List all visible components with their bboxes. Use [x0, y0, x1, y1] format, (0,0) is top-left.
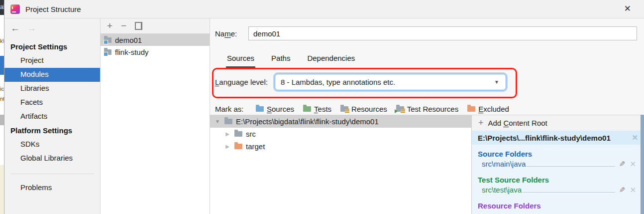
test-resources-folder-icon	[396, 106, 404, 112]
module-editor-main: Name: Sources Paths Dependencies Languag…	[210, 18, 644, 214]
mark-as-test-resources-label: Test Resources	[407, 105, 458, 113]
mark-as-excluded[interactable]: Excluded	[467, 105, 509, 113]
sidebar-item-libraries[interactable]: Libraries	[4, 82, 100, 96]
plus-icon: +	[478, 118, 484, 128]
tree-node-label: target	[246, 142, 265, 151]
tab-sources[interactable]: Sources	[226, 53, 255, 68]
folders-summary: Source Folders src\main\java ✎ ✕ Test So…	[472, 145, 644, 210]
module-list-item-flink-study[interactable]: flink-study	[101, 46, 210, 58]
folder-icon	[224, 119, 232, 124]
mark-as-resources-label: Resources	[351, 105, 387, 113]
tree-root-path: E:\Projects\bigdata\flink\flink-study\de…	[236, 117, 379, 126]
mark-as-row: Mark as: Sources Tests Resources	[215, 103, 509, 114]
content-roots-panel: + Add Content Root E:\Projects\...flink\…	[471, 115, 644, 214]
content-panels: ▼ E:\Projects\bigdata\flink\flink-study\…	[210, 115, 644, 214]
project-structure-dialog: Project Structure ✕ ← → Project Settings…	[4, 0, 644, 214]
resources-folder-icon	[340, 106, 348, 112]
module-list-item-demo01[interactable]: demo01	[101, 34, 210, 46]
sidebar-item-sdks[interactable]: SDKs	[4, 138, 100, 152]
forward-arrow-icon[interactable]: →	[27, 23, 36, 34]
module-name-input[interactable]	[248, 26, 637, 40]
mark-as-tests-label: Tests	[314, 105, 331, 113]
add-content-root-label: Add Content Root	[488, 119, 547, 127]
sidebar-item-problems[interactable]: Problems	[4, 181, 100, 195]
content-root-tree: ▼ E:\Projects\bigdata\flink\flink-study\…	[210, 115, 471, 214]
sidebar-group-platform-settings: Platform Settings	[4, 124, 100, 138]
intellij-logo-icon	[10, 4, 20, 14]
edit-pencil-icon[interactable]: ✎	[619, 186, 626, 195]
tree-row-content-root[interactable]: ▼ E:\Projects\bigdata\flink\flink-study\…	[210, 115, 471, 128]
source-folder-entry[interactable]: src\main\java ✎ ✕	[482, 160, 636, 169]
tree-row-src[interactable]: ▶ src	[210, 128, 471, 140]
remove-module-icon[interactable]: −	[121, 21, 126, 30]
module-tabs: Sources Paths Dependencies	[226, 53, 356, 68]
sidebar-divider	[10, 174, 94, 174]
name-label: Name:	[215, 29, 248, 38]
modules-list-panel: + − demo01 flink-study	[100, 18, 210, 214]
tree-row-target[interactable]: ▶ target	[210, 140, 471, 153]
folder-icon	[234, 131, 242, 137]
ide-backdrop: al k\ ic nt	[0, 0, 4, 214]
module-name: flink-study	[115, 48, 149, 56]
modules-toolbar: + −	[101, 18, 210, 34]
edit-pencil-icon[interactable]: ✎	[619, 160, 626, 169]
content-root-header[interactable]: E:\Projects\...flink\flink-study\demo01 …	[472, 131, 644, 145]
module-icon	[104, 37, 111, 43]
backdrop-text-fragment: k\	[0, 38, 4, 44]
backdrop-editor-fragment	[0, 165, 4, 214]
remove-folder-icon[interactable]: ✕	[630, 186, 636, 195]
expand-closed-icon[interactable]: ▶	[224, 131, 231, 137]
content-root-path: E:\Projects\...flink\flink-study\demo01	[478, 134, 611, 142]
sidebar-list: Project Settings Project Modules Librari…	[4, 40, 100, 195]
language-level-row: Language level: 8 - Lambdas, type annota…	[215, 73, 506, 90]
language-level-dropdown[interactable]: 8 - Lambdas, type annotations etc. ▼	[275, 74, 506, 90]
resource-folders-title: Resource Folders	[478, 202, 636, 210]
entry-underline	[527, 166, 615, 167]
remove-content-root-icon[interactable]: ✕	[632, 133, 638, 142]
test-source-folder-path: src\test\java	[482, 186, 522, 194]
sidebar-item-project[interactable]: Project	[4, 54, 100, 68]
expand-open-icon[interactable]: ▼	[214, 119, 221, 124]
backdrop-text-fragment: ic	[0, 86, 4, 92]
mark-as-sources[interactable]: Sources	[256, 105, 294, 113]
screenshot-root: al k\ ic nt Project Structure ✕ ← → Proj…	[0, 0, 644, 214]
sidebar-group-project-settings: Project Settings	[4, 40, 100, 54]
mark-as-resources[interactable]: Resources	[340, 105, 387, 113]
module-name-row: Name:	[215, 26, 637, 40]
sidebar-item-global-libraries[interactable]: Global Libraries	[4, 152, 100, 166]
sidebar-item-modules[interactable]: Modules	[4, 68, 100, 82]
add-module-icon[interactable]: +	[107, 21, 112, 30]
add-content-root-button[interactable]: + Add Content Root	[472, 115, 644, 131]
chevron-down-icon: ▼	[494, 79, 499, 85]
test-source-folder-entry[interactable]: src\test\java ✎ ✕	[482, 186, 636, 195]
tree-node-label: src	[246, 130, 256, 138]
language-level-value: 8 - Lambdas, type annotations etc.	[281, 78, 395, 86]
panel-scrollbar[interactable]	[641, 115, 644, 214]
expand-closed-icon[interactable]: ▶	[224, 144, 231, 149]
back-arrow-icon[interactable]: ←	[10, 23, 20, 34]
tab-paths[interactable]: Paths	[270, 53, 291, 68]
sidebar-item-artifacts[interactable]: Artifacts	[4, 110, 100, 124]
backdrop-scrollbar-fragment	[0, 115, 4, 125]
settings-sidebar: ← → Project Settings Project Modules Lib…	[4, 18, 100, 214]
dialog-titlebar: Project Structure ✕	[4, 0, 644, 18]
mark-as-excluded-label: Excluded	[478, 105, 509, 113]
copy-module-icon[interactable]	[135, 22, 142, 30]
mark-as-label: Mark as:	[215, 105, 256, 113]
mark-as-tests[interactable]: Tests	[303, 105, 331, 113]
sources-folder-icon	[256, 106, 264, 112]
source-folder-path: src\main\java	[482, 160, 526, 168]
excluded-folder-icon	[467, 106, 475, 112]
backdrop-text-fragment: nt	[0, 96, 4, 102]
tab-dependencies[interactable]: Dependencies	[306, 53, 356, 68]
backdrop-menubar-fragment: al	[0, 0, 4, 15]
remove-folder-icon[interactable]: ✕	[630, 160, 636, 169]
tests-folder-icon	[303, 106, 311, 112]
close-icon[interactable]: ✕	[624, 3, 631, 14]
mark-as-test-resources[interactable]: Test Resources	[396, 105, 458, 113]
source-folders-title: Source Folders	[478, 150, 636, 158]
module-icon	[104, 49, 111, 55]
backdrop-selection-fragment	[0, 56, 4, 75]
language-level-label: Language level:	[215, 78, 275, 86]
sidebar-item-facets[interactable]: Facets	[4, 96, 100, 110]
